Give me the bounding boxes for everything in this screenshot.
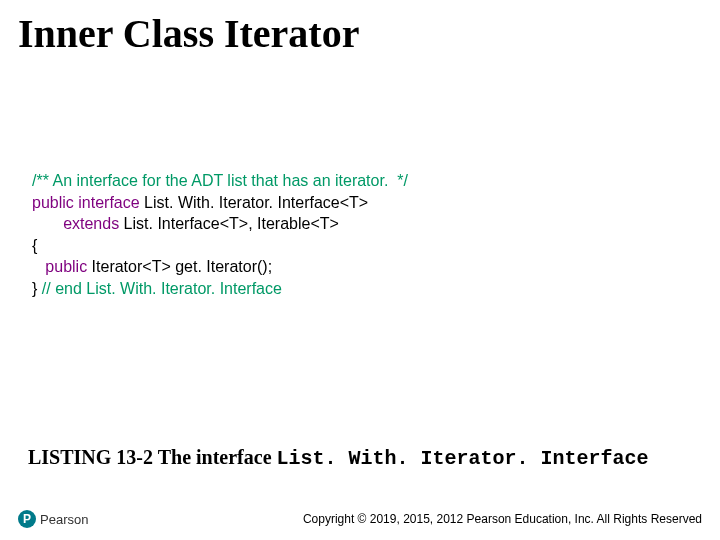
page-title: Inner Class Iterator xyxy=(18,10,359,57)
code-text: { xyxy=(32,237,37,254)
logo-mark-icon: P xyxy=(18,510,36,528)
code-comment: /** An interface for the ADT list that h… xyxy=(32,172,408,189)
slide: Inner Class Iterator /** An interface fo… xyxy=(0,0,720,540)
keyword-public: public xyxy=(32,194,74,211)
code-end-comment: // end List. With. Iterator. Interface xyxy=(42,280,282,297)
code-listing: /** An interface for the ADT list that h… xyxy=(32,170,688,300)
code-text: Iterator<T> get. Iterator(); xyxy=(87,258,272,275)
publisher-logo: P Pearson xyxy=(18,510,88,528)
caption-classname: List. With. Iterator. Interface xyxy=(277,447,649,470)
keyword-interface: interface xyxy=(78,194,139,211)
listing-caption: LISTING 13-2 The interface List. With. I… xyxy=(28,446,692,470)
code-text: List. Interface<T>, Iterable<T> xyxy=(119,215,339,232)
caption-prefix: LISTING 13-2 The interface xyxy=(28,446,277,468)
logo-brand-text: Pearson xyxy=(40,512,88,527)
copyright-text: Copyright © 2019, 2015, 2012 Pearson Edu… xyxy=(100,512,702,526)
keyword-public: public xyxy=(45,258,87,275)
keyword-extends: extends xyxy=(63,215,119,232)
code-text: } xyxy=(32,280,42,297)
footer: P Pearson Copyright © 2019, 2015, 2012 P… xyxy=(18,510,702,528)
code-text: List. With. Iterator. Interface<T> xyxy=(140,194,369,211)
